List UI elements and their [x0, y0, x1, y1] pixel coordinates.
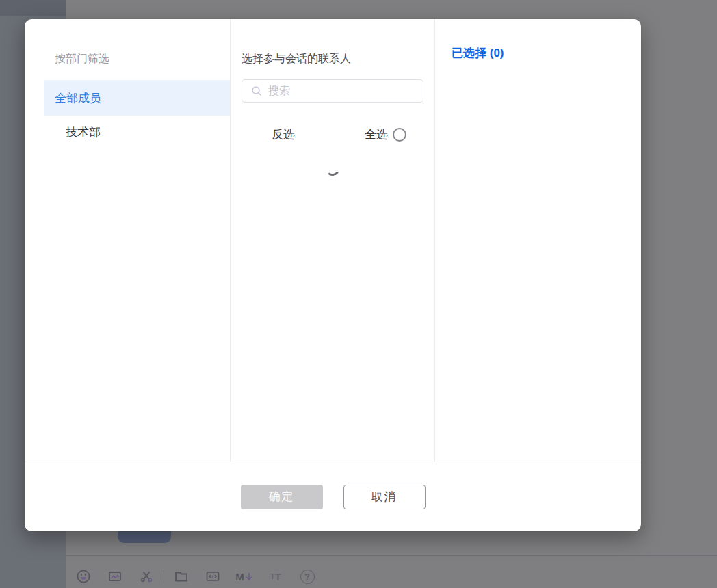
department-filter-header: 按部门筛选	[55, 52, 230, 66]
dialog-body: 按部门筛选 全部成员 技术部 选择参与会话的联系人 反选	[25, 19, 641, 462]
help-icon: ?	[291, 570, 323, 584]
select-all-label: 全选	[365, 126, 388, 142]
selected-contacts-panel: 已选择 (0)	[435, 19, 641, 462]
search-icon	[251, 85, 262, 96]
department-item-tech[interactable]: 技术部	[25, 116, 230, 149]
background-toolbar-divider	[66, 555, 717, 556]
confirm-button[interactable]: 确定	[241, 485, 323, 509]
toolbar-separator	[164, 570, 164, 583]
selection-controls: 反选 全选	[231, 126, 434, 142]
background-send-button	[118, 531, 171, 543]
contact-select-header: 选择参与会话的联系人	[242, 52, 434, 66]
select-contacts-dialog: 按部门筛选 全部成员 技术部 选择参与会话的联系人 反选	[25, 19, 641, 531]
cancel-button[interactable]: 取消	[343, 485, 426, 509]
selected-label: 已选择	[452, 46, 486, 59]
emoji-icon	[68, 568, 99, 585]
font-size-icon: T T	[260, 571, 291, 583]
markdown-icon: M	[229, 571, 260, 582]
loading-spinner	[324, 160, 341, 177]
contact-select-panel: 选择参与会话的联系人 反选 全选	[230, 19, 435, 462]
background-app-titlebar	[0, 0, 66, 16]
dialog-footer: 确定 取消	[25, 462, 641, 531]
invert-selection-button[interactable]: 反选	[272, 126, 295, 142]
selected-count-header: 已选择 (0)	[452, 45, 641, 61]
markdown-letter: M	[235, 572, 244, 582]
folder-icon	[166, 568, 197, 585]
select-all-control[interactable]: 全选	[365, 126, 406, 142]
select-all-radio[interactable]	[393, 128, 406, 142]
code-icon	[197, 568, 229, 585]
background-editor-toolbar: M T T ?	[68, 567, 323, 585]
department-filter-panel: 按部门筛选 全部成员 技术部	[25, 19, 230, 462]
selected-count: (0)	[490, 46, 504, 59]
department-item-all-members[interactable]: 全部成员	[44, 80, 230, 116]
department-list: 全部成员 技术部	[25, 80, 230, 149]
department-item-label: 技术部	[66, 124, 101, 140]
search-box	[242, 79, 423, 103]
image-icon	[99, 568, 131, 585]
search-input[interactable]	[268, 85, 416, 97]
department-item-label: 全部成员	[55, 90, 101, 106]
screenshot-scissors-icon	[131, 568, 162, 585]
